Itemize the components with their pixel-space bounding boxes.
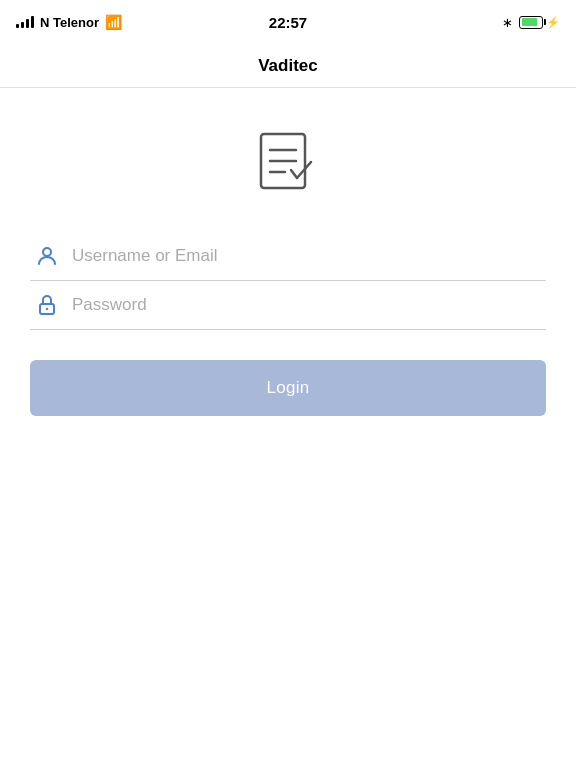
wifi-icon: 📶: [105, 14, 122, 30]
lock-icon: [30, 293, 64, 317]
login-button[interactable]: Login: [30, 360, 546, 416]
password-row: [30, 281, 546, 330]
logo-container: [253, 128, 323, 202]
charging-icon: ⚡: [546, 16, 560, 29]
checklist-icon: [253, 128, 323, 198]
username-row: [30, 232, 546, 281]
status-left: N Telenor 📶: [16, 14, 122, 30]
battery-indicator: ⚡: [519, 16, 560, 29]
bluetooth-icon: ∗: [502, 15, 513, 30]
status-right: ∗ ⚡: [502, 15, 560, 30]
signal-icon: [16, 16, 34, 28]
login-form: Login: [30, 232, 546, 416]
password-input[interactable]: [64, 295, 546, 315]
svg-point-4: [43, 248, 51, 256]
app-title: Vaditec: [258, 56, 318, 76]
nav-bar: Vaditec: [0, 44, 576, 88]
status-bar: N Telenor 📶 22:57 ∗ ⚡: [0, 0, 576, 44]
battery-icon: [519, 16, 543, 29]
main-content: Login: [0, 88, 576, 416]
svg-point-6: [46, 308, 48, 310]
carrier-label: N Telenor: [40, 15, 99, 30]
user-icon: [30, 244, 64, 268]
username-input[interactable]: [64, 246, 546, 266]
status-time: 22:57: [269, 14, 307, 31]
